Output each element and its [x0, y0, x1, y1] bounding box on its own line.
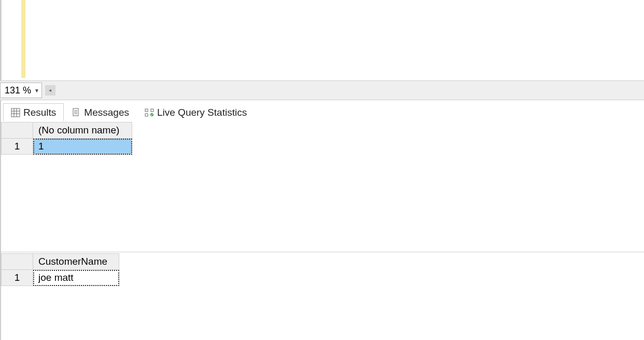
- tab-messages-label: Messages: [84, 107, 129, 118]
- grid-corner[interactable]: [2, 123, 33, 139]
- row-number[interactable]: 1: [2, 270, 33, 286]
- editor-change-marker: [21, 0, 25, 78]
- grid-icon: [11, 108, 20, 117]
- results-grid-1[interactable]: (No column name) 1 1: [1, 122, 132, 155]
- cell-value-focused[interactable]: joe matt: [33, 270, 119, 286]
- svg-rect-10: [151, 109, 153, 112]
- code-line-blank: [33, 42, 644, 62]
- scroll-left-button[interactable]: ◂: [45, 85, 55, 96]
- results-grid-2[interactable]: CustomerName 1 joe matt: [1, 253, 119, 286]
- row-number[interactable]: 1: [2, 139, 33, 155]
- svg-rect-0: [11, 108, 20, 117]
- document-icon: [72, 108, 81, 117]
- svg-rect-9: [145, 109, 148, 112]
- results-tabstrip: Results Messages Live Query Statistics: [1, 100, 644, 121]
- zoom-level-combo[interactable]: 131 % ▼: [0, 83, 42, 98]
- chevron-down-icon: ▼: [34, 88, 39, 93]
- cell-value-selected[interactable]: 1: [33, 139, 132, 155]
- column-header-nocolname[interactable]: (No column name): [33, 123, 132, 139]
- table-row[interactable]: 1 1: [2, 139, 132, 155]
- editor-horizontal-scrollbar[interactable]: ◂: [45, 85, 644, 96]
- table-header-row: (No column name): [2, 123, 132, 139]
- svg-rect-11: [145, 114, 148, 116]
- editor-zoom-bar: 131 % ▼ ◂: [0, 80, 644, 100]
- sql-editor-pane[interactable]: select CHARINDEX('joe', CustomerName, 0)…: [1, 0, 644, 80]
- column-header-customername[interactable]: CustomerName: [33, 254, 119, 270]
- table-header-row: CustomerName: [2, 254, 119, 270]
- zoom-level-value: 131 %: [5, 85, 31, 96]
- results-grid-1-pane: (No column name) 1 1: [1, 121, 644, 251]
- table-row[interactable]: 1 joe matt: [2, 270, 119, 286]
- grid-corner[interactable]: [2, 254, 33, 270]
- tab-messages[interactable]: Messages: [64, 103, 137, 121]
- tab-results[interactable]: Results: [3, 103, 64, 121]
- tab-results-label: Results: [23, 107, 56, 118]
- tab-livequery-label: Live Query Statistics: [157, 107, 247, 118]
- tab-live-query-statistics[interactable]: Live Query Statistics: [137, 103, 255, 121]
- results-grid-2-pane: CustomerName 1 joe matt: [1, 252, 644, 339]
- query-plan-icon: [145, 108, 154, 117]
- sql-code-area[interactable]: select CHARINDEX('joe', CustomerName, 0)…: [33, 0, 644, 78]
